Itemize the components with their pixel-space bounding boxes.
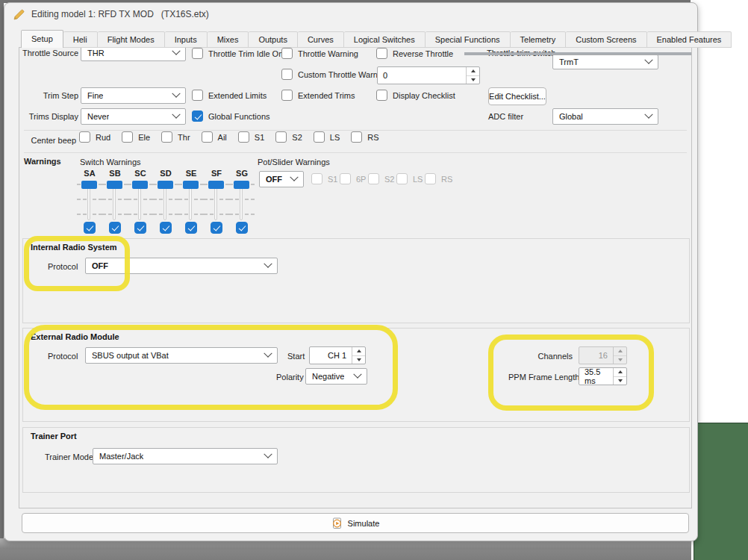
center-beep-s1-checkbox[interactable]: S1 — [238, 131, 264, 143]
spinner-arrows[interactable] — [613, 368, 626, 385]
adc-filter-value: Global — [559, 112, 583, 121]
spinner-arrows[interactable] — [613, 347, 626, 364]
spinner-arrows[interactable] — [466, 67, 479, 84]
internal-protocol-select[interactable]: OFF — [85, 258, 278, 274]
spin-down-icon[interactable] — [614, 376, 626, 385]
slider-handle[interactable] — [81, 181, 97, 189]
throttle-trim-switch-value: TrmT — [559, 57, 579, 66]
center-beep-ail-checkbox[interactable]: Ail — [202, 131, 227, 143]
simulate-button[interactable]: Simulate — [22, 513, 689, 533]
center-beep-ls-checkbox[interactable]: LS — [314, 131, 340, 143]
spin-up-icon[interactable] — [467, 67, 479, 75]
tab-logical-switches[interactable]: Logical Switches — [344, 31, 426, 48]
extended-limits-checkbox[interactable]: Extended Limits — [192, 90, 267, 101]
center-beep-s2-checkbox[interactable]: S2 — [275, 131, 302, 143]
slider-handle[interactable] — [158, 181, 173, 189]
trim-step-select[interactable]: Fine — [81, 87, 186, 104]
throttle-warning-checkbox[interactable]: Throttle Warning — [281, 48, 358, 59]
switch-position-slider[interactable] — [77, 180, 102, 222]
pot-warning-ls-checkbox[interactable]: LS — [396, 173, 423, 184]
trims-display-select[interactable]: Never — [81, 108, 186, 125]
spinner-arrows[interactable] — [352, 347, 365, 364]
throttle-trim-idle-checkbox[interactable]: Throttle Trim Idle Only — [192, 48, 289, 59]
spin-up-icon[interactable] — [614, 347, 626, 355]
spin-down-icon[interactable] — [467, 75, 479, 84]
display-checklist-checkbox[interactable]: Display Checklist — [376, 90, 455, 101]
polarity-select[interactable]: Negative — [305, 368, 367, 385]
ppm-frame-length-spinner[interactable]: 35.5 ms — [579, 367, 627, 385]
checkbox-icon — [281, 90, 293, 101]
switch-position-slider[interactable] — [178, 180, 204, 222]
custom-throttle-warning-checkbox[interactable]: Custom Throttle Warning — [281, 69, 389, 80]
pot-warning-s1-checkbox[interactable]: S1 — [311, 173, 337, 184]
pot-warning-6p-checkbox[interactable]: 6P — [340, 173, 366, 184]
switch-position-slider[interactable] — [204, 180, 229, 222]
tab-inputs[interactable]: Inputs — [165, 31, 208, 48]
switch-position-slider[interactable] — [229, 180, 255, 222]
checkbox-icon — [202, 131, 213, 143]
trainer-mode-select[interactable]: Master/Jack — [93, 448, 278, 464]
pot-warnings-mode-select[interactable]: OFF — [259, 171, 304, 187]
tab-enabled-features[interactable]: Enabled Features — [647, 31, 732, 48]
spinner-value: CH 1 — [310, 347, 352, 364]
tab-flight-modes[interactable]: Flight Modes — [98, 31, 165, 48]
tab-outputs[interactable]: Outputs — [249, 31, 298, 48]
switch-warning-checkbox[interactable] — [236, 222, 248, 234]
throttle-source-select[interactable]: THR — [81, 47, 186, 61]
trims-display-label: Trims Display — [22, 112, 78, 121]
tab-curves[interactable]: Curves — [298, 31, 344, 48]
tab-special-functions[interactable]: Special Functions — [426, 31, 511, 48]
switch-warning-checkbox[interactable] — [84, 222, 96, 234]
pot-warning-rs-checkbox[interactable]: RS — [425, 173, 452, 184]
switch-position-slider[interactable] — [102, 180, 128, 222]
checkbox-icon — [79, 131, 90, 143]
spin-down-icon[interactable] — [352, 355, 365, 364]
tab-telemetry[interactable]: Telemetry — [511, 31, 567, 48]
external-protocol-select[interactable]: SBUS output at VBat — [85, 347, 278, 364]
center-beep-ele-checkbox[interactable]: Ele — [122, 131, 150, 143]
adc-filter-select[interactable]: Global — [552, 108, 658, 125]
spin-up-icon[interactable] — [352, 347, 365, 355]
checkbox-label: LS — [413, 175, 423, 184]
slider-handle[interactable] — [208, 181, 224, 189]
start-channel-spinner[interactable]: CH 1 — [309, 346, 366, 364]
edit-checklist-button[interactable]: Edit Checklist... — [488, 87, 546, 105]
spin-up-icon[interactable] — [614, 368, 626, 376]
switch-position-slider[interactable] — [153, 180, 178, 222]
center-beep-thr-checkbox[interactable]: Thr — [161, 131, 190, 143]
center-beep-rs-checkbox[interactable]: RS — [351, 131, 378, 143]
checkbox-checked-icon — [192, 111, 203, 122]
extended-trims-checkbox[interactable]: Extended Trims — [281, 90, 355, 101]
switch-warning-checkbox[interactable] — [160, 222, 172, 234]
checkbox-label: Throttle Trim Idle Only — [208, 49, 289, 58]
checkbox-label: Global Functions — [208, 112, 270, 121]
tab-setup[interactable]: Setup — [21, 30, 63, 48]
reverse-throttle-checkbox[interactable]: Reverse Throttle — [376, 48, 453, 59]
spin-down-icon[interactable] — [614, 355, 626, 364]
tab-custom-screens[interactable]: Custom Screens — [566, 31, 646, 48]
switch-warning-checkbox[interactable] — [185, 222, 197, 234]
checkbox-label: Extended Trims — [298, 91, 355, 100]
checkbox-icon — [368, 173, 379, 184]
slider-handle[interactable] — [234, 181, 249, 189]
tab-mixes[interactable]: Mixes — [208, 31, 249, 48]
center-beep-rud-checkbox[interactable]: Rud — [79, 131, 110, 143]
pot-slider-warnings-label: Pot/Slider Warnings — [258, 158, 330, 167]
slider-handle[interactable] — [107, 181, 122, 189]
checkbox-icon — [396, 173, 408, 184]
channels-spinner[interactable]: 16 — [579, 346, 627, 364]
switch-warning-checkbox[interactable] — [109, 222, 121, 234]
switch-warning-column-sg: SG — [229, 169, 255, 236]
pot-warning-s2-checkbox[interactable]: S2 — [368, 173, 394, 184]
slider-handle[interactable] — [183, 181, 199, 189]
throttle-trim-switch-select[interactable]: TrmT — [552, 55, 658, 69]
custom-throttle-warning-spinner[interactable]: 0 — [377, 66, 480, 84]
slider-handle[interactable] — [132, 181, 148, 189]
throttle-source-label: Throttle Source — [22, 49, 78, 57]
tab-heli[interactable]: Heli — [63, 31, 98, 48]
global-functions-checkbox[interactable]: Global Functions — [192, 111, 270, 122]
checkbox-label: 6P — [356, 175, 366, 184]
switch-warning-checkbox[interactable] — [134, 222, 146, 234]
switch-warning-checkbox[interactable] — [211, 222, 222, 234]
switch-position-slider[interactable] — [128, 180, 153, 222]
